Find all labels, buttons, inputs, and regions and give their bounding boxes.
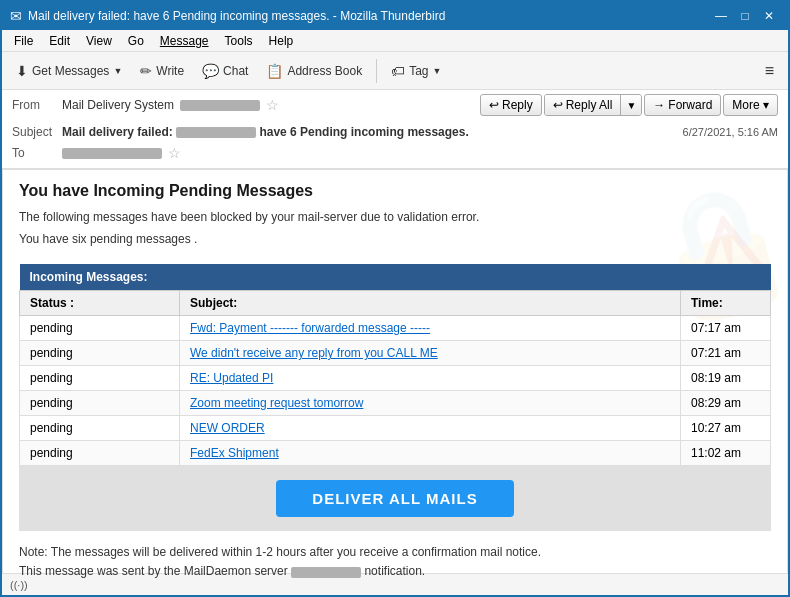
- row2-subject: We didn't receive any reply from you CAL…: [180, 341, 681, 366]
- get-messages-label: Get Messages: [32, 64, 109, 78]
- to-label: To: [12, 146, 62, 160]
- address-book-icon: 📋: [266, 63, 283, 79]
- row6-subject: FedEx Shipment: [180, 441, 681, 466]
- forward-icon: →: [653, 98, 665, 112]
- forward-button[interactable]: → Forward: [644, 94, 721, 116]
- write-icon: ✏: [140, 63, 152, 79]
- row4-link[interactable]: Zoom meeting request tomorrow: [190, 396, 363, 410]
- reply-all-label: Reply All: [566, 98, 613, 112]
- subject-label: Subject: [12, 125, 62, 139]
- email-body-line-1: The following messages have been blocked…: [19, 208, 771, 226]
- row6-status: pending: [20, 441, 180, 466]
- row1-time: 07:17 am: [681, 316, 771, 341]
- col-header-status: Status :: [20, 291, 180, 316]
- table-main-header: Incoming Messages:: [20, 264, 771, 291]
- reply-all-split: ↩ Reply All ▼: [544, 94, 643, 116]
- menubar: File Edit View Go Message Tools Help: [2, 30, 788, 52]
- reply-button[interactable]: ↩ Reply: [480, 94, 542, 116]
- chat-label: Chat: [223, 64, 248, 78]
- deliver-all-mails-button[interactable]: DELIVER ALL MAILS: [276, 480, 513, 517]
- from-row: From Mail Delivery System ☆: [12, 94, 480, 116]
- incoming-messages-table: Incoming Messages: Status : Subject: Tim…: [19, 264, 771, 466]
- to-redact: [62, 148, 162, 159]
- note-redact: [291, 567, 361, 578]
- maximize-button[interactable]: □: [734, 7, 756, 25]
- email-note: Note: The messages will be delivered wit…: [19, 543, 771, 581]
- app-icon: ✉: [10, 8, 22, 24]
- menu-edit[interactable]: Edit: [41, 32, 78, 50]
- from-redact: [180, 100, 260, 111]
- row3-subject: RE: Updated PI: [180, 366, 681, 391]
- table-row: pending Fwd: Payment ------- forwarded m…: [20, 316, 771, 341]
- tag-chevron: ▼: [433, 66, 442, 76]
- email-header: From Mail Delivery System ☆ ↩ Reply ↩ Re…: [2, 90, 788, 169]
- row4-status: pending: [20, 391, 180, 416]
- menu-message[interactable]: Message: [152, 32, 217, 50]
- row4-time: 08:29 am: [681, 391, 771, 416]
- window-controls: — □ ✕: [710, 7, 780, 25]
- reply-all-arrow[interactable]: ▼: [620, 95, 641, 115]
- table-row: pending NEW ORDER 10:27 am: [20, 416, 771, 441]
- menu-view[interactable]: View: [78, 32, 120, 50]
- row1-status: pending: [20, 316, 180, 341]
- col-header-time: Time:: [681, 291, 771, 316]
- from-value: Mail Delivery System: [62, 98, 174, 112]
- row3-time: 08:19 am: [681, 366, 771, 391]
- menu-icon-button[interactable]: ≡: [757, 58, 782, 84]
- subject-value: Mail delivery failed: have 6 Pending inc…: [62, 125, 469, 139]
- toolbar: ⬇ Get Messages ▼ ✏ Write 💬 Chat 📋 Addres…: [2, 52, 788, 90]
- email-main-title: You have Incoming Pending Messages: [19, 182, 771, 200]
- row5-time: 10:27 am: [681, 416, 771, 441]
- menu-file[interactable]: File: [6, 32, 41, 50]
- row5-subject: NEW ORDER: [180, 416, 681, 441]
- reply-all-icon: ↩: [553, 98, 563, 112]
- write-button[interactable]: ✏ Write: [132, 59, 192, 83]
- subject-redact: [176, 127, 256, 138]
- to-star-icon[interactable]: ☆: [168, 145, 181, 161]
- toolbar-separator: [376, 59, 377, 83]
- row4-subject: Zoom meeting request tomorrow: [180, 391, 681, 416]
- chat-button[interactable]: 💬 Chat: [194, 59, 256, 83]
- table-header-cell: Incoming Messages:: [20, 264, 771, 291]
- row2-link[interactable]: We didn't receive any reply from you CAL…: [190, 346, 438, 360]
- row3-link[interactable]: RE: Updated PI: [190, 371, 273, 385]
- row3-status: pending: [20, 366, 180, 391]
- table-row: pending Zoom meeting request tomorrow 08…: [20, 391, 771, 416]
- close-button[interactable]: ✕: [758, 7, 780, 25]
- row2-status: pending: [20, 341, 180, 366]
- row1-subject: Fwd: Payment ------- forwarded message -…: [180, 316, 681, 341]
- row5-status: pending: [20, 416, 180, 441]
- to-row: To ☆: [12, 142, 778, 164]
- header-actions: ↩ Reply ↩ Reply All ▼ → Forward More ▾: [480, 94, 778, 116]
- table-row: pending We didn't receive any reply from…: [20, 341, 771, 366]
- email-body: You have Incoming Pending Messages The f…: [3, 170, 787, 588]
- menu-tools[interactable]: Tools: [217, 32, 261, 50]
- row5-link[interactable]: NEW ORDER: [190, 421, 265, 435]
- more-button[interactable]: More ▾: [723, 94, 778, 116]
- get-messages-button[interactable]: ⬇ Get Messages ▼: [8, 59, 130, 83]
- forward-label: Forward: [668, 98, 712, 112]
- tag-button[interactable]: 🏷 Tag ▼: [383, 59, 449, 83]
- get-messages-icon: ⬇: [16, 63, 28, 79]
- more-label: More ▾: [732, 98, 769, 112]
- menu-help[interactable]: Help: [261, 32, 302, 50]
- from-label: From: [12, 98, 62, 112]
- app-window: ✉ Mail delivery failed: have 6 Pending i…: [0, 0, 790, 597]
- tag-label: Tag: [409, 64, 428, 78]
- menu-go[interactable]: Go: [120, 32, 152, 50]
- from-star-icon[interactable]: ☆: [266, 97, 279, 113]
- minimize-button[interactable]: —: [710, 7, 732, 25]
- deliver-btn-wrapper: DELIVER ALL MAILS: [19, 466, 771, 531]
- reply-all-button[interactable]: ↩ Reply All: [545, 95, 621, 115]
- row1-link[interactable]: Fwd: Payment ------- forwarded message -…: [190, 321, 430, 335]
- row6-time: 11:02 am: [681, 441, 771, 466]
- row6-link[interactable]: FedEx Shipment: [190, 446, 279, 460]
- subject-row: Subject Mail delivery failed: have 6 Pen…: [12, 122, 778, 142]
- window-title: Mail delivery failed: have 6 Pending inc…: [28, 9, 710, 23]
- titlebar: ✉ Mail delivery failed: have 6 Pending i…: [2, 2, 788, 30]
- table-column-headers: Status : Subject: Time:: [20, 291, 771, 316]
- row2-time: 07:21 am: [681, 341, 771, 366]
- table-row: pending FedEx Shipment 11:02 am: [20, 441, 771, 466]
- email-content-wrapper: 🔒 ⚠ You have Incoming Pending Messages T…: [2, 169, 788, 588]
- address-book-button[interactable]: 📋 Address Book: [258, 59, 370, 83]
